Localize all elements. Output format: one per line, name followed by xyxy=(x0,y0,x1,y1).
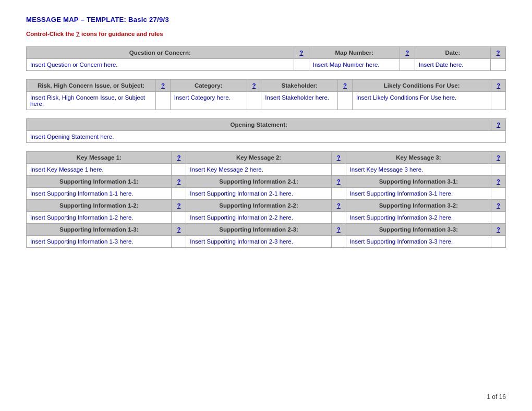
supporting-info-3-data-row: Insert Supporting Information 1-3 here. … xyxy=(27,236,506,248)
risk-header: Risk, High Concern Issue, or Subject: xyxy=(27,80,156,92)
map-number-header: Map Number: xyxy=(309,47,400,59)
si-3-2-cell[interactable]: Insert Supporting Information 3-2 here. xyxy=(346,212,491,224)
question-q-header: ? xyxy=(294,47,309,59)
si-1-2-q-header: ? xyxy=(172,200,186,212)
si-1-1-header: Supporting Information 1-1: xyxy=(27,176,172,188)
si-1-1-q-icon[interactable]: ? xyxy=(177,178,180,185)
category-q-cell xyxy=(247,92,261,110)
si-2-3-q-header: ? xyxy=(331,224,346,236)
map-number-q-header: ? xyxy=(400,47,415,59)
si-3-2-q-cell xyxy=(491,212,506,224)
key-message-1-header: Key Message 1: xyxy=(27,152,172,164)
si-3-3-header: Supporting Information 3-3: xyxy=(346,224,491,236)
opening-statement-q-icon[interactable]: ? xyxy=(497,122,500,128)
category-q-icon[interactable]: ? xyxy=(252,82,256,89)
si-1-1-q-cell xyxy=(172,188,186,200)
page-content: MESSAGE MAP – TEMPLATE: Basic 27/9/3 Con… xyxy=(0,0,532,287)
likely-conditions-q-cell xyxy=(491,92,506,110)
km2-q-cell xyxy=(331,164,346,176)
risk-cell[interactable]: Insert Risk, High Concern Issue, or Subj… xyxy=(27,92,156,110)
si-2-1-q-icon[interactable]: ? xyxy=(337,178,341,185)
stakeholder-cell[interactable]: Insert Stakeholder here. xyxy=(261,92,338,110)
page-number: 1 of 16 xyxy=(487,393,506,401)
si-1-3-q-icon[interactable]: ? xyxy=(177,226,180,233)
likely-conditions-q-icon[interactable]: ? xyxy=(497,82,500,89)
category-header: Category: xyxy=(170,80,247,92)
risk-q-cell xyxy=(156,92,171,110)
si-2-2-q-icon[interactable]: ? xyxy=(337,202,341,209)
si-3-3-q-header: ? xyxy=(491,224,506,236)
likely-conditions-cell[interactable]: Insert Likely Conditions For Use here. xyxy=(352,92,491,110)
subtitle-text: Control-Click the ? icons for guidance a… xyxy=(26,31,163,37)
si-2-2-header: Supporting Information 2-2: xyxy=(186,200,331,212)
si-3-1-cell[interactable]: Insert Supporting Information 3-1 here. xyxy=(346,188,491,200)
si-2-2-q-header: ? xyxy=(331,200,346,212)
question-q-icon[interactable]: ? xyxy=(299,50,303,56)
key-message-3-cell[interactable]: Insert Key Message 3 here. xyxy=(346,164,491,176)
si-3-3-q-icon[interactable]: ? xyxy=(497,226,500,233)
question-cell[interactable]: Insert Question or Concern here. xyxy=(27,59,294,71)
risk-q-icon[interactable]: ? xyxy=(161,82,165,89)
underlined-q[interactable]: ? xyxy=(76,31,80,37)
likely-conditions-q-header: ? xyxy=(491,80,506,92)
opening-statement-cell[interactable]: Insert Opening Statement here. xyxy=(27,131,506,143)
si-3-1-q-icon[interactable]: ? xyxy=(497,178,500,185)
key-message-1-q-icon[interactable]: ? xyxy=(177,154,180,161)
key-message-1-q-header: ? xyxy=(172,152,186,164)
si-2-3-cell[interactable]: Insert Supporting Information 2-3 here. xyxy=(186,236,331,248)
si-3-1-header: Supporting Information 3-1: xyxy=(346,176,491,188)
question-q-cell xyxy=(294,59,309,71)
si-3-2-header: Supporting Information 3-2: xyxy=(346,200,491,212)
risk-table: Risk, High Concern Issue, or Subject: ? … xyxy=(26,79,506,110)
si-3-3-q-cell xyxy=(491,236,506,248)
si-1-1-q-header: ? xyxy=(172,176,186,188)
si-2-1-q-header: ? xyxy=(331,176,346,188)
key-message-3-q-icon[interactable]: ? xyxy=(497,154,500,161)
key-message-1-cell[interactable]: Insert Key Message 1 here. xyxy=(27,164,172,176)
supporting-info-2-data-row: Insert Supporting Information 1-2 here. … xyxy=(27,212,506,224)
si-1-1-cell[interactable]: Insert Supporting Information 1-1 here. xyxy=(27,188,172,200)
si-2-1-header: Supporting Information 2-1: xyxy=(186,176,331,188)
si-2-1-cell[interactable]: Insert Supporting Information 2-1 here. xyxy=(186,188,331,200)
key-messages-table: Key Message 1: ? Key Message 2: ? Key Me… xyxy=(26,151,506,248)
stakeholder-header: Stakeholder: xyxy=(261,80,338,92)
key-message-2-cell[interactable]: Insert Key Message 2 here. xyxy=(186,164,331,176)
opening-statement-table: Opening Statement: ? Insert Opening Stat… xyxy=(26,118,506,143)
supporting-info-1-header-row: Supporting Information 1-1: ? Supporting… xyxy=(27,176,506,188)
question-table: Question or Concern: ? Map Number: ? Dat… xyxy=(26,46,506,71)
si-1-2-q-cell xyxy=(172,212,186,224)
key-message-3-header: Key Message 3: xyxy=(346,152,491,164)
map-number-cell[interactable]: Insert Map Number here. xyxy=(309,59,400,71)
opening-statement-header: Opening Statement: xyxy=(27,119,491,131)
supporting-info-2-header-row: Supporting Information 1-2: ? Supporting… xyxy=(27,200,506,212)
key-message-3-q-header: ? xyxy=(491,152,506,164)
si-3-1-q-cell xyxy=(491,188,506,200)
si-1-2-cell[interactable]: Insert Supporting Information 1-2 here. xyxy=(27,212,172,224)
map-number-q-icon[interactable]: ? xyxy=(405,50,409,56)
likely-conditions-header: Likely Conditions For Use: xyxy=(352,80,491,92)
stakeholder-q-cell xyxy=(338,92,353,110)
si-1-2-header: Supporting Information 1-2: xyxy=(27,200,172,212)
si-3-2-q-icon[interactable]: ? xyxy=(497,202,500,209)
stakeholder-q-header: ? xyxy=(338,80,353,92)
si-1-2-q-icon[interactable]: ? xyxy=(177,202,180,209)
date-header: Date: xyxy=(415,47,490,59)
date-cell[interactable]: Insert Date here. xyxy=(415,59,490,71)
date-q-icon[interactable]: ? xyxy=(496,50,500,56)
si-2-3-header: Supporting Information 2-3: xyxy=(186,224,331,236)
si-3-3-cell[interactable]: Insert Supporting Information 3-3 here. xyxy=(346,236,491,248)
si-1-3-cell[interactable]: Insert Supporting Information 1-3 here. xyxy=(27,236,172,248)
stakeholder-q-icon[interactable]: ? xyxy=(343,82,347,89)
subtitle: Control-Click the ? icons for guidance a… xyxy=(26,31,506,37)
si-3-2-q-header: ? xyxy=(491,200,506,212)
category-cell[interactable]: Insert Category here. xyxy=(170,92,247,110)
key-message-2-q-icon[interactable]: ? xyxy=(337,154,341,161)
si-2-3-q-icon[interactable]: ? xyxy=(337,226,341,233)
si-2-3-q-cell xyxy=(331,236,346,248)
si-2-2-q-cell xyxy=(331,212,346,224)
si-2-1-q-cell xyxy=(331,188,346,200)
km3-q-cell xyxy=(491,164,506,176)
map-number-q-cell xyxy=(400,59,415,71)
si-2-2-cell[interactable]: Insert Supporting Information 2-2 here. xyxy=(186,212,331,224)
risk-q-header: ? xyxy=(156,80,171,92)
